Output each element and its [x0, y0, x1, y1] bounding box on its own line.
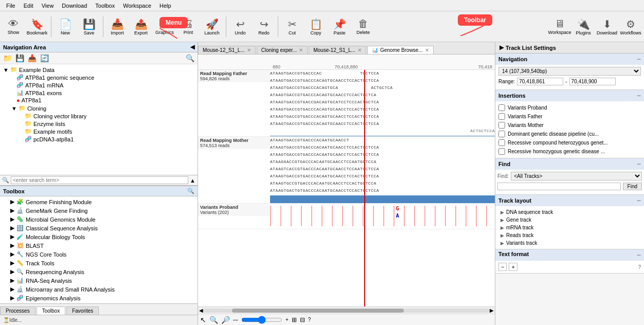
view-tab-0[interactable]: Mouse-12_S1_L... ✕	[198, 46, 256, 54]
toolbox-item-11[interactable]: ▶ 🧬 Epigenomics Analysis	[1, 294, 196, 302]
undo-button[interactable]: ↩ Undo	[229, 13, 252, 40]
menu-download[interactable]: Download	[58, 2, 91, 10]
nav-section-header[interactable]: Navigation −	[495, 53, 644, 65]
zoom-out-icon[interactable]: 🔎	[221, 316, 230, 324]
workspace-button[interactable]: 🖥 Workspace	[548, 13, 571, 40]
text-format-help-icon[interactable]: ?	[638, 264, 641, 270]
cb-dominant[interactable]	[498, 131, 505, 137]
import-button[interactable]: 📥 Import	[106, 13, 129, 40]
cb-variants-mother[interactable]	[498, 122, 505, 129]
tree-item-cloning-vector[interactable]: 📁 Cloning vector library	[17, 112, 194, 120]
tree-item-atp8a1[interactable]: ● ATP8a1	[9, 97, 195, 104]
text-format-header[interactable]: Text format −	[495, 249, 644, 261]
tab-close-3[interactable]: ✕	[425, 47, 429, 53]
view-tab-1[interactable]: Cloning exper... ✕	[257, 46, 308, 54]
scroll-right-icon[interactable]: ▶	[490, 308, 494, 313]
toolbox-item-8[interactable]: ▶ 🔍 Resequencing Analysis	[1, 267, 196, 276]
track-layout-collapse[interactable]: −	[637, 196, 641, 205]
tree-item-pcdna3[interactable]: 🧬 pcDNA3-atp8a1	[17, 135, 194, 143]
copy-button[interactable]: 📋 Copy	[305, 13, 327, 40]
menu-workspace[interactable]: Workspace	[119, 2, 155, 10]
cut-button[interactable]: ✂ Cut	[281, 13, 303, 40]
text-format-plus-icon[interactable]: +	[509, 263, 517, 271]
toolbox-item-9[interactable]: ▶ 📊 RNA-Seq Analysis	[1, 276, 196, 285]
find-section-collapse[interactable]: −	[637, 160, 641, 168]
toolbox-item-5[interactable]: ▶ 💥 BLAST	[1, 241, 196, 250]
tree-item-atp8a1-exons[interactable]: 📊 ATP8a1 exons	[9, 89, 195, 97]
toolbox-item-7[interactable]: ▶ 📏 Track Tools	[1, 259, 196, 267]
toolbox-item-3[interactable]: ▶ 🔢 Classical Sequence Analysis	[1, 224, 196, 232]
nav-collapse-icon[interactable]: ◀	[190, 44, 194, 50]
nav-refresh-icon[interactable]: 🔄	[39, 53, 50, 63]
scroll-left-icon[interactable]: ◀	[199, 308, 203, 313]
tab-close-2[interactable]: ✕	[357, 47, 362, 53]
zoom-plus-icon[interactable]: +	[285, 317, 289, 322]
fit-icon[interactable]: ⊞	[292, 316, 297, 323]
nav-new-folder-icon[interactable]: 📁	[2, 53, 13, 63]
print-button[interactable]: 🖨 Print	[177, 13, 200, 40]
track-layout-header[interactable]: Track layout −	[495, 195, 644, 206]
find-text-input[interactable]	[497, 183, 621, 190]
text-format-collapse[interactable]: −	[637, 251, 641, 259]
nav-import-icon[interactable]: 📥	[27, 53, 38, 63]
tree-folder-cloning[interactable]: ▼ 📁 Cloning 📁 Cloning vector library	[9, 104, 195, 143]
cb-variants-father[interactable]	[498, 113, 505, 120]
tree-folder-example-data[interactable]: ▼ 📁 Example Data 🧬 ATP8a1 genomic sequen…	[1, 65, 196, 144]
menu-view[interactable]: View	[38, 2, 58, 10]
chromosome-select[interactable]: 14 (107,349,540bp)	[498, 67, 641, 76]
tree-item-atp8a1-genomic[interactable]: 🧬 ATP8a1 genomic sequence	[9, 74, 195, 81]
tab-toolbox[interactable]: Toolbox	[37, 306, 65, 315]
workflows-button[interactable]: ⚙ Workflows	[619, 13, 642, 40]
cb-recessive-homo[interactable]	[498, 148, 505, 155]
nav-section-collapse[interactable]: −	[637, 55, 641, 63]
nav-filter-icon[interactable]: 🔍	[185, 53, 195, 63]
scroll-track[interactable]	[203, 309, 490, 313]
download-right-button[interactable]: ⬇ Download	[596, 13, 618, 40]
toolbox-item-0[interactable]: ▶ 🧩 Genome Finishing Module	[1, 197, 196, 206]
find-section-header[interactable]: Find −	[495, 158, 644, 170]
menu-edit[interactable]: Edit	[20, 2, 38, 10]
panel-expand-icon[interactable]: ▶	[499, 44, 504, 51]
toolbox-item-10[interactable]: ▶ 🔬 Microarray and Small RNA Analysis	[1, 285, 196, 294]
toolbox-filter-icon[interactable]: 🔍	[187, 188, 194, 194]
tree-item-example-motifs[interactable]: 📁 Example motifs	[17, 128, 194, 135]
save-button[interactable]: 💾 Save	[78, 13, 100, 40]
track-layout-item-variants[interactable]: ▶ Variants track	[498, 239, 641, 247]
graphics-button[interactable]: 🖼 Graphics	[153, 13, 176, 40]
track-layout-item-reads[interactable]: ▶ Reads track	[498, 231, 641, 239]
paste-button[interactable]: 📌 Paste	[328, 13, 351, 40]
launch-button[interactable]: 🚀 Launch	[201, 13, 223, 40]
toolbox-item-1[interactable]: ▶ 🔬 GeneMark Gene Finding	[1, 206, 196, 215]
search-input[interactable]	[11, 176, 188, 184]
menu-toolbox[interactable]: Toolbox	[91, 2, 119, 10]
export-button[interactable]: 📤 Export	[130, 13, 152, 40]
scroll-thumb[interactable]	[232, 309, 404, 313]
tree-item-atp8a1-mrna[interactable]: 🧬 ATP8a1 mRNA	[9, 81, 195, 89]
fit-all-icon[interactable]: ⊟	[300, 316, 305, 323]
toolbox-item-2[interactable]: ▶ 🦠 Microbial Genomics Module	[1, 215, 196, 224]
insertions-section-header[interactable]: Insertions −	[495, 90, 644, 101]
cb-variants-proband[interactable]	[498, 104, 505, 111]
find-tracks-select[interactable]: <All Tracks>	[511, 172, 642, 180]
track-layout-item-gene[interactable]: ▶ Gene track	[498, 216, 641, 224]
view-tab-3[interactable]: 📊 Genome Browse... ✕	[367, 46, 434, 54]
menu-file[interactable]: File	[2, 2, 20, 10]
tab-close-0[interactable]: ✕	[247, 47, 251, 53]
show-button[interactable]: 👁 Show	[2, 13, 25, 40]
tab-favorites[interactable]: Favorites	[66, 306, 99, 315]
help-icon[interactable]: ?	[308, 317, 311, 322]
toolbox-item-6[interactable]: ▶ 🔧 NGS Core Tools	[1, 250, 196, 259]
track-layout-item-dna[interactable]: ▶ DNA sequence track	[498, 208, 641, 216]
search-up-icon[interactable]: ▲	[190, 177, 195, 184]
bookmark-button[interactable]: 🔖 Bookmark	[26, 13, 48, 40]
range-from-input[interactable]	[517, 78, 563, 85]
tab-processes[interactable]: Processes	[0, 306, 35, 315]
toolbox-item-4[interactable]: ▶ 🧪 Molecular Biology Tools	[1, 232, 196, 241]
text-format-minus-icon[interactable]: −	[498, 263, 507, 271]
gb-scrollbar-horizontal[interactable]: ◀ ▶	[198, 306, 495, 314]
cb-recessive-compound[interactable]	[498, 139, 505, 146]
find-button[interactable]: Find	[623, 183, 642, 190]
tree-item-enzyme-lists[interactable]: 📁 Enzyme lists	[17, 120, 194, 128]
track-layout-item-mrna[interactable]: ▶ mRNA track	[498, 224, 641, 231]
tab-close-1[interactable]: ✕	[299, 47, 303, 53]
